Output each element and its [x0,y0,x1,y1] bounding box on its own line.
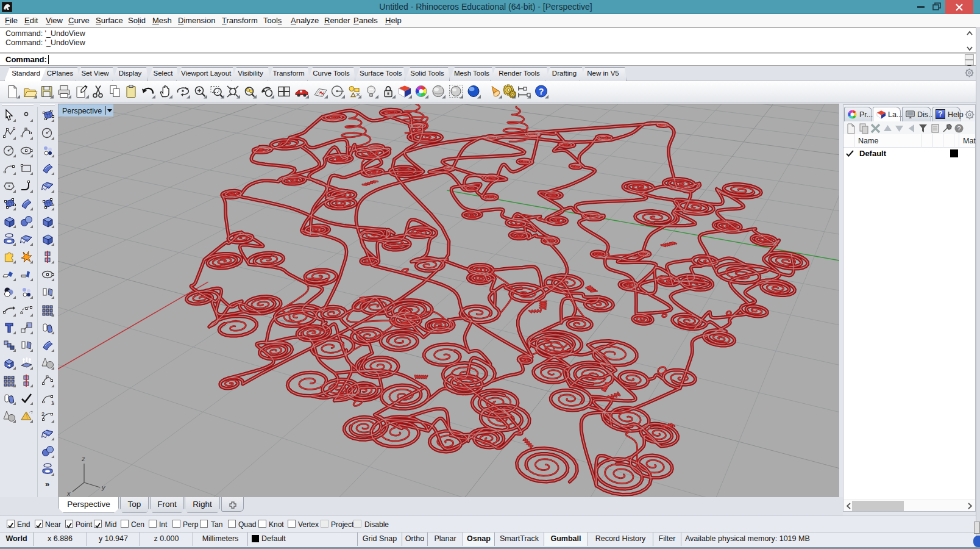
svg-text:Perspective: Perspective [62,107,102,115]
svg-text:?: ? [957,125,960,132]
svg-text:2: 2 [41,411,44,417]
svg-text:z: z [81,455,85,462]
svg-text:x: x [66,490,71,497]
svg-text:?: ? [539,87,544,96]
